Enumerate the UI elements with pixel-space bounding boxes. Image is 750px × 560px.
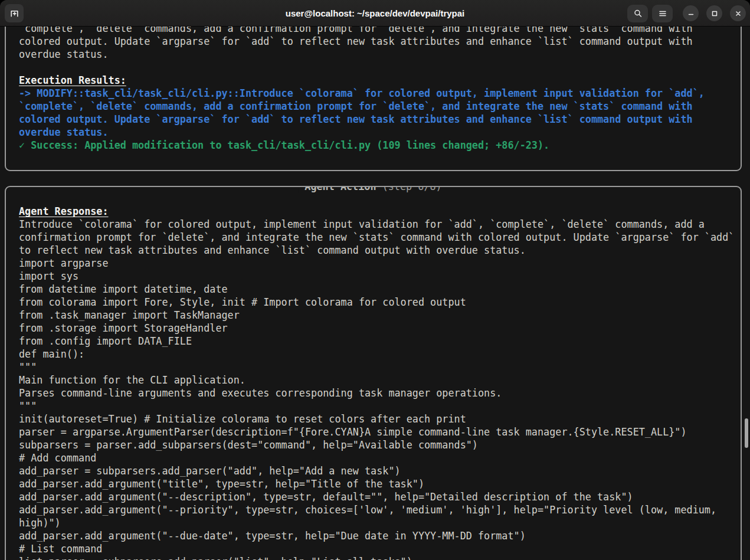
terminal-line: Main function for the CLI application. bbox=[19, 374, 739, 387]
terminal-line: `complete`, `delete` commands, add a con… bbox=[19, 100, 739, 113]
menu-icon bbox=[658, 9, 667, 18]
search-button[interactable] bbox=[627, 5, 648, 22]
terminal-line: overdue status. bbox=[19, 48, 739, 61]
terminal-window: user@localhost: ~/space/dev/devpai/trypa… bbox=[0, 0, 750, 560]
agent-action-step: (step 6/8) bbox=[382, 186, 442, 192]
terminal-line: colored output. Update `argparse` for `a… bbox=[19, 35, 739, 48]
terminal-line: add_parser.add_argument("--description",… bbox=[19, 490, 739, 503]
terminal-line: ✓ Success: Applied modification to task_… bbox=[19, 139, 739, 152]
minimize-button[interactable] bbox=[683, 5, 699, 21]
terminal-line: add_parser.add_argument("--priority", ty… bbox=[19, 503, 739, 516]
terminal-line: subparsers = parser.add_subparsers(dest=… bbox=[19, 438, 739, 451]
terminal-line: Introduce `colorama` for colored output,… bbox=[19, 218, 739, 231]
terminal-line: from .task_manager import TaskManager bbox=[19, 309, 739, 322]
terminal-line: -> MODIFY::task_cli/task_cli/cli.py::Int… bbox=[19, 87, 739, 100]
terminal-line: overdue status. bbox=[19, 126, 739, 139]
titlebar[interactable]: user@localhost: ~/space/dev/devpai/trypa… bbox=[0, 0, 750, 27]
terminal-line: add_parser.add_argument("title", type=st… bbox=[19, 477, 739, 490]
search-icon bbox=[633, 9, 643, 18]
terminal-line: import argparse bbox=[19, 257, 739, 270]
execution-results-panel: `complete`, `delete` commands, add a con… bbox=[5, 27, 742, 171]
terminal-line: # List command bbox=[19, 542, 739, 555]
terminal-line: from colorama import Fore, Style, init #… bbox=[19, 296, 739, 309]
terminal-line: high)") bbox=[19, 516, 739, 529]
minimize-icon bbox=[687, 9, 695, 18]
terminal-line: to reflect new task attributes and enhan… bbox=[19, 244, 739, 257]
close-button[interactable] bbox=[730, 5, 746, 21]
execution-results-text: `complete`, `delete` commands, add a con… bbox=[19, 27, 739, 152]
terminal-line: confirmation prompt for `delete`, and in… bbox=[19, 231, 739, 244]
menu-button[interactable] bbox=[652, 5, 673, 22]
terminal-line: Parses command-line arguments and execut… bbox=[19, 387, 739, 399]
terminal-line: from .storage import StorageHandler bbox=[19, 322, 739, 335]
maximize-button[interactable] bbox=[706, 5, 722, 21]
agent-action-panel: Agent Action (step 6/8) Agent Response:I… bbox=[5, 186, 742, 560]
terminal-line: add_parser = subparsers.add_parser("add"… bbox=[19, 464, 739, 477]
terminal-line bbox=[19, 61, 739, 74]
terminal-line: def main(): bbox=[19, 348, 739, 361]
terminal-line: """ bbox=[19, 399, 739, 412]
agent-response-text: Agent Response:Introduce `colorama` for … bbox=[19, 205, 739, 560]
terminal-line: # Add command bbox=[19, 451, 739, 464]
terminal-line: colored output. Update `argparse` for `a… bbox=[19, 113, 739, 126]
terminal-line: `complete`, `delete` commands, add a con… bbox=[19, 27, 739, 35]
scrollbar-thumb[interactable] bbox=[745, 418, 748, 448]
agent-action-step-label: Agent Action (step 6/8) bbox=[298, 186, 448, 193]
terminal-line: import sys bbox=[19, 270, 739, 283]
agent-action-title: Agent Action bbox=[304, 186, 376, 192]
close-icon bbox=[734, 9, 742, 18]
terminal-line: Execution Results: bbox=[19, 74, 739, 87]
terminal-line: init(autoreset=True) # Initialize colora… bbox=[19, 412, 739, 425]
terminal-line: parser = argparse.ArgumentParser(descrip… bbox=[19, 425, 739, 438]
terminal-content[interactable]: `complete`, `delete` commands, add a con… bbox=[0, 27, 750, 560]
terminal-line: Agent Response: bbox=[19, 205, 739, 218]
terminal-line: add_parser.add_argument("--due-date", ty… bbox=[19, 529, 739, 542]
terminal-line: list_parser = subparsers.add_parser("lis… bbox=[19, 555, 739, 560]
terminal-line: from datetime import datetime, date bbox=[19, 283, 739, 296]
new-tab-button[interactable] bbox=[5, 4, 24, 22]
terminal-line: """ bbox=[19, 361, 739, 374]
terminal-line: from .config import DATA_FILE bbox=[19, 335, 739, 348]
maximize-icon bbox=[710, 9, 719, 18]
new-tab-icon bbox=[9, 8, 19, 18]
